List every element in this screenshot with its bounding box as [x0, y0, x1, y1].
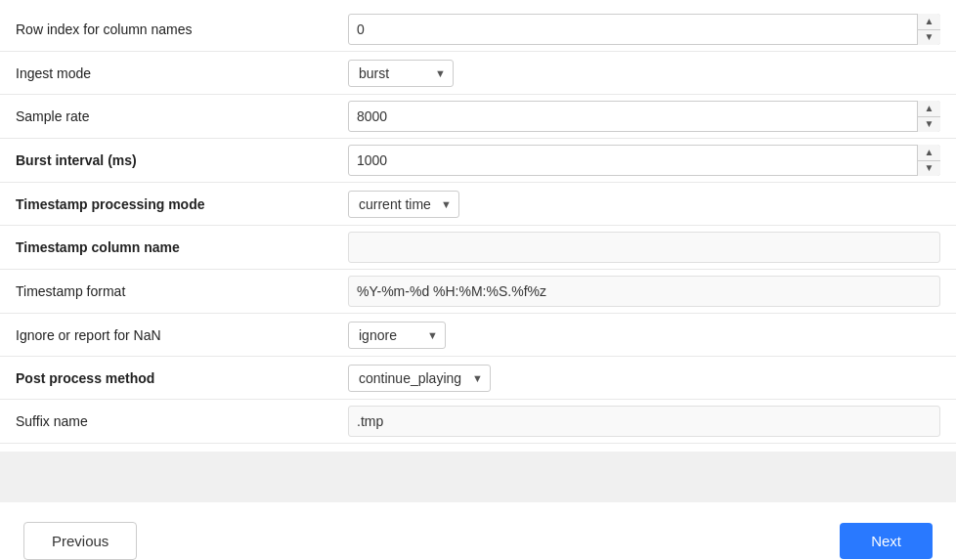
control-timestamp-format: [348, 276, 940, 307]
field-ingest-mode: Ingest mode burst continuous batch ▼: [0, 52, 956, 95]
number-wrapper-burst-interval: ▲ ▼: [348, 145, 940, 176]
label-timestamp-column-name: Timestamp column name: [16, 239, 348, 255]
field-ignore-nan: Ignore or report for NaN ignore report ▼: [0, 314, 956, 357]
previous-button[interactable]: Previous: [23, 522, 137, 560]
footer-area: Previous Next: [0, 502, 956, 560]
field-timestamp-column-name: Timestamp column name: [0, 226, 956, 270]
select-timestamp-processing-mode[interactable]: current time from data none: [348, 191, 459, 218]
control-post-process-method: continue_playing stop loop ▼: [348, 365, 940, 392]
spin-down-row-index[interactable]: ▼: [918, 30, 940, 46]
divider-area: [0, 452, 956, 502]
number-wrapper-row-index: ▲ ▼: [348, 14, 940, 45]
control-timestamp-column-name: [348, 232, 940, 263]
control-ingest-mode: burst continuous batch ▼: [348, 60, 940, 87]
field-row-index: Row index for column names ▲ ▼: [0, 8, 956, 52]
input-timestamp-format[interactable]: [348, 276, 940, 307]
label-post-process-method: Post process method: [16, 370, 348, 386]
spin-down-sample-rate[interactable]: ▼: [918, 117, 940, 133]
label-ignore-nan: Ignore or report for NaN: [16, 327, 348, 343]
spin-buttons-sample-rate: ▲ ▼: [917, 101, 940, 132]
field-sample-rate: Sample rate ▲ ▼: [0, 95, 956, 139]
select-post-process-method[interactable]: continue_playing stop loop: [348, 365, 491, 392]
spin-up-row-index[interactable]: ▲: [918, 14, 940, 30]
spin-up-burst-interval[interactable]: ▲: [918, 145, 940, 161]
label-suffix-name: Suffix name: [16, 413, 348, 429]
select-wrapper-ignore-nan: ignore report ▼: [348, 322, 446, 349]
control-ignore-nan: ignore report ▼: [348, 322, 940, 349]
select-wrapper-post-process-method: continue_playing stop loop ▼: [348, 365, 491, 392]
label-burst-interval: Burst interval (ms): [16, 152, 348, 168]
spin-buttons-burst-interval: ▲ ▼: [917, 145, 940, 176]
control-burst-interval: ▲ ▼: [348, 145, 940, 176]
number-wrapper-sample-rate: ▲ ▼: [348, 101, 940, 132]
spin-up-sample-rate[interactable]: ▲: [918, 101, 940, 117]
label-timestamp-format: Timestamp format: [16, 283, 348, 299]
control-row-index: ▲ ▼: [348, 14, 940, 45]
select-ignore-nan[interactable]: ignore report: [348, 322, 446, 349]
label-ingest-mode: Ingest mode: [16, 65, 348, 81]
field-post-process-method: Post process method continue_playing sto…: [0, 357, 956, 400]
label-sample-rate: Sample rate: [16, 108, 348, 124]
select-wrapper-ingest-mode: burst continuous batch ▼: [348, 60, 454, 87]
select-ingest-mode[interactable]: burst continuous batch: [348, 60, 454, 87]
field-burst-interval: Burst interval (ms) ▲ ▼: [0, 139, 956, 183]
control-sample-rate: ▲ ▼: [348, 101, 940, 132]
control-timestamp-processing-mode: current time from data none ▼: [348, 191, 940, 218]
spin-buttons-row-index: ▲ ▼: [917, 14, 940, 45]
form-container: Row index for column names ▲ ▼ Ingest mo…: [0, 0, 956, 444]
input-row-index[interactable]: [348, 14, 940, 45]
select-wrapper-timestamp-processing-mode: current time from data none ▼: [348, 191, 459, 218]
field-timestamp-processing-mode: Timestamp processing mode current time f…: [0, 183, 956, 226]
input-sample-rate[interactable]: [348, 101, 940, 132]
input-burst-interval[interactable]: [348, 145, 940, 176]
field-timestamp-format: Timestamp format: [0, 270, 956, 314]
control-suffix-name: [348, 406, 940, 437]
label-row-index: Row index for column names: [16, 22, 348, 37]
spin-down-burst-interval[interactable]: ▼: [918, 161, 940, 177]
input-timestamp-column-name[interactable]: [348, 232, 940, 263]
label-timestamp-processing-mode: Timestamp processing mode: [16, 196, 348, 212]
field-suffix-name: Suffix name: [0, 400, 956, 444]
next-button[interactable]: Next: [840, 523, 933, 559]
input-suffix-name[interactable]: [348, 406, 940, 437]
